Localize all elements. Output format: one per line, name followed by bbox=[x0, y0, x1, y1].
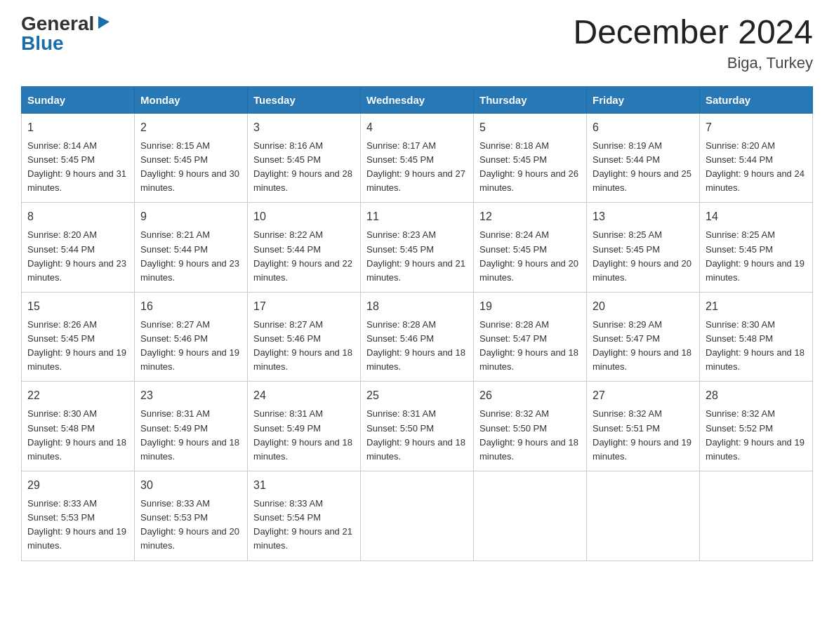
calendar-header-saturday: Saturday bbox=[700, 86, 813, 113]
day-number: 18 bbox=[366, 298, 468, 315]
calendar-day-cell: 10 Sunrise: 8:22 AMSunset: 5:44 PMDaylig… bbox=[248, 203, 361, 293]
calendar-day-cell bbox=[700, 471, 813, 561]
day-info: Sunrise: 8:31 AMSunset: 5:50 PMDaylight:… bbox=[366, 408, 465, 461]
day-number: 13 bbox=[593, 208, 694, 225]
calendar-day-cell: 16 Sunrise: 8:27 AMSunset: 5:46 PMDaylig… bbox=[135, 292, 248, 382]
day-info: Sunrise: 8:27 AMSunset: 5:46 PMDaylight:… bbox=[140, 319, 239, 372]
day-number: 5 bbox=[479, 119, 581, 136]
month-title: December 2024 bbox=[573, 14, 813, 51]
calendar-day-cell: 2 Sunrise: 8:15 AMSunset: 5:45 PMDayligh… bbox=[135, 113, 248, 203]
calendar-header-wednesday: Wednesday bbox=[361, 86, 474, 113]
logo: General Blue bbox=[21, 14, 111, 53]
day-number: 8 bbox=[27, 208, 128, 225]
day-info: Sunrise: 8:22 AMSunset: 5:44 PMDaylight:… bbox=[253, 229, 352, 282]
day-info: Sunrise: 8:33 AMSunset: 5:53 PMDaylight:… bbox=[140, 498, 239, 551]
day-info: Sunrise: 8:25 AMSunset: 5:45 PMDaylight:… bbox=[706, 229, 805, 282]
calendar-day-cell: 3 Sunrise: 8:16 AMSunset: 5:45 PMDayligh… bbox=[248, 113, 361, 203]
day-info: Sunrise: 8:26 AMSunset: 5:45 PMDaylight:… bbox=[27, 319, 126, 372]
title-block: December 2024 Biga, Turkey bbox=[573, 14, 813, 72]
day-info: Sunrise: 8:16 AMSunset: 5:45 PMDaylight:… bbox=[253, 140, 352, 193]
calendar-header-friday: Friday bbox=[587, 86, 700, 113]
day-number: 31 bbox=[253, 477, 355, 494]
calendar-table: SundayMondayTuesdayWednesdayThursdayFrid… bbox=[21, 86, 813, 561]
calendar-week-row: 1 Sunrise: 8:14 AMSunset: 5:45 PMDayligh… bbox=[22, 113, 813, 203]
day-info: Sunrise: 8:32 AMSunset: 5:51 PMDaylight:… bbox=[593, 408, 691, 461]
day-info: Sunrise: 8:28 AMSunset: 5:46 PMDaylight:… bbox=[366, 319, 465, 372]
svg-marker-0 bbox=[98, 16, 110, 29]
day-number: 30 bbox=[140, 477, 241, 494]
calendar-day-cell bbox=[587, 471, 700, 561]
calendar-header-row: SundayMondayTuesdayWednesdayThursdayFrid… bbox=[22, 86, 813, 113]
calendar-week-row: 15 Sunrise: 8:26 AMSunset: 5:45 PMDaylig… bbox=[22, 292, 813, 382]
day-number: 24 bbox=[253, 387, 355, 404]
day-number: 19 bbox=[479, 298, 581, 315]
calendar-day-cell: 22 Sunrise: 8:30 AMSunset: 5:48 PMDaylig… bbox=[22, 382, 135, 471]
calendar-day-cell: 15 Sunrise: 8:26 AMSunset: 5:45 PMDaylig… bbox=[22, 292, 135, 382]
calendar-day-cell: 26 Sunrise: 8:32 AMSunset: 5:50 PMDaylig… bbox=[474, 382, 587, 471]
calendar-day-cell: 27 Sunrise: 8:32 AMSunset: 5:51 PMDaylig… bbox=[587, 382, 700, 471]
calendar-day-cell: 31 Sunrise: 8:33 AMSunset: 5:54 PMDaylig… bbox=[248, 471, 361, 561]
day-number: 4 bbox=[366, 119, 468, 136]
day-info: Sunrise: 8:25 AMSunset: 5:45 PMDaylight:… bbox=[593, 229, 691, 282]
day-number: 26 bbox=[479, 387, 581, 404]
calendar-day-cell: 13 Sunrise: 8:25 AMSunset: 5:45 PMDaylig… bbox=[587, 203, 700, 293]
day-number: 15 bbox=[27, 298, 128, 315]
day-info: Sunrise: 8:31 AMSunset: 5:49 PMDaylight:… bbox=[140, 408, 239, 461]
calendar-day-cell: 29 Sunrise: 8:33 AMSunset: 5:53 PMDaylig… bbox=[22, 471, 135, 561]
day-info: Sunrise: 8:30 AMSunset: 5:48 PMDaylight:… bbox=[27, 408, 126, 461]
day-info: Sunrise: 8:29 AMSunset: 5:47 PMDaylight:… bbox=[593, 319, 691, 372]
day-number: 6 bbox=[593, 119, 694, 136]
day-number: 29 bbox=[27, 477, 128, 494]
day-info: Sunrise: 8:32 AMSunset: 5:50 PMDaylight:… bbox=[479, 408, 578, 461]
page-header: General Blue December 2024 Biga, Turkey bbox=[21, 14, 813, 72]
day-info: Sunrise: 8:15 AMSunset: 5:45 PMDaylight:… bbox=[140, 140, 239, 193]
day-number: 2 bbox=[140, 119, 241, 136]
day-number: 1 bbox=[27, 119, 128, 136]
calendar-day-cell: 6 Sunrise: 8:19 AMSunset: 5:44 PMDayligh… bbox=[587, 113, 700, 203]
calendar-header-thursday: Thursday bbox=[474, 86, 587, 113]
day-number: 28 bbox=[706, 387, 807, 404]
day-info: Sunrise: 8:14 AMSunset: 5:45 PMDaylight:… bbox=[27, 140, 126, 193]
day-number: 12 bbox=[479, 208, 581, 225]
location: Biga, Turkey bbox=[573, 54, 813, 72]
logo-blue-text: Blue bbox=[21, 34, 64, 53]
calendar-day-cell: 12 Sunrise: 8:24 AMSunset: 5:45 PMDaylig… bbox=[474, 203, 587, 293]
day-info: Sunrise: 8:32 AMSunset: 5:52 PMDaylight:… bbox=[706, 408, 805, 461]
calendar-day-cell: 25 Sunrise: 8:31 AMSunset: 5:50 PMDaylig… bbox=[361, 382, 474, 471]
logo-triangle-icon bbox=[95, 15, 111, 30]
day-info: Sunrise: 8:19 AMSunset: 5:44 PMDaylight:… bbox=[593, 140, 691, 193]
day-number: 27 bbox=[593, 387, 694, 404]
calendar-day-cell: 1 Sunrise: 8:14 AMSunset: 5:45 PMDayligh… bbox=[22, 113, 135, 203]
logo-general-text: General bbox=[21, 14, 94, 34]
day-number: 17 bbox=[253, 298, 355, 315]
calendar-day-cell: 20 Sunrise: 8:29 AMSunset: 5:47 PMDaylig… bbox=[587, 292, 700, 382]
calendar-header-sunday: Sunday bbox=[22, 86, 135, 113]
day-number: 11 bbox=[366, 208, 468, 225]
day-info: Sunrise: 8:20 AMSunset: 5:44 PMDaylight:… bbox=[706, 140, 805, 193]
day-number: 22 bbox=[27, 387, 128, 404]
calendar-day-cell: 8 Sunrise: 8:20 AMSunset: 5:44 PMDayligh… bbox=[22, 203, 135, 293]
day-info: Sunrise: 8:18 AMSunset: 5:45 PMDaylight:… bbox=[479, 140, 578, 193]
calendar-day-cell: 28 Sunrise: 8:32 AMSunset: 5:52 PMDaylig… bbox=[700, 382, 813, 471]
day-number: 16 bbox=[140, 298, 241, 315]
calendar-week-row: 22 Sunrise: 8:30 AMSunset: 5:48 PMDaylig… bbox=[22, 382, 813, 471]
calendar-day-cell: 19 Sunrise: 8:28 AMSunset: 5:47 PMDaylig… bbox=[474, 292, 587, 382]
calendar-day-cell: 21 Sunrise: 8:30 AMSunset: 5:48 PMDaylig… bbox=[700, 292, 813, 382]
day-info: Sunrise: 8:24 AMSunset: 5:45 PMDaylight:… bbox=[479, 229, 578, 282]
day-info: Sunrise: 8:33 AMSunset: 5:53 PMDaylight:… bbox=[27, 498, 126, 551]
calendar-week-row: 29 Sunrise: 8:33 AMSunset: 5:53 PMDaylig… bbox=[22, 471, 813, 561]
day-info: Sunrise: 8:33 AMSunset: 5:54 PMDaylight:… bbox=[253, 498, 352, 551]
day-number: 20 bbox=[593, 298, 694, 315]
calendar-day-cell: 30 Sunrise: 8:33 AMSunset: 5:53 PMDaylig… bbox=[135, 471, 248, 561]
day-info: Sunrise: 8:23 AMSunset: 5:45 PMDaylight:… bbox=[366, 229, 465, 282]
day-number: 14 bbox=[706, 208, 807, 225]
calendar-day-cell: 9 Sunrise: 8:21 AMSunset: 5:44 PMDayligh… bbox=[135, 203, 248, 293]
day-number: 3 bbox=[253, 119, 355, 136]
day-info: Sunrise: 8:31 AMSunset: 5:49 PMDaylight:… bbox=[253, 408, 352, 461]
day-info: Sunrise: 8:17 AMSunset: 5:45 PMDaylight:… bbox=[366, 140, 465, 193]
calendar-header-tuesday: Tuesday bbox=[248, 86, 361, 113]
day-number: 23 bbox=[140, 387, 241, 404]
calendar-day-cell: 11 Sunrise: 8:23 AMSunset: 5:45 PMDaylig… bbox=[361, 203, 474, 293]
calendar-day-cell: 14 Sunrise: 8:25 AMSunset: 5:45 PMDaylig… bbox=[700, 203, 813, 293]
day-number: 10 bbox=[253, 208, 355, 225]
